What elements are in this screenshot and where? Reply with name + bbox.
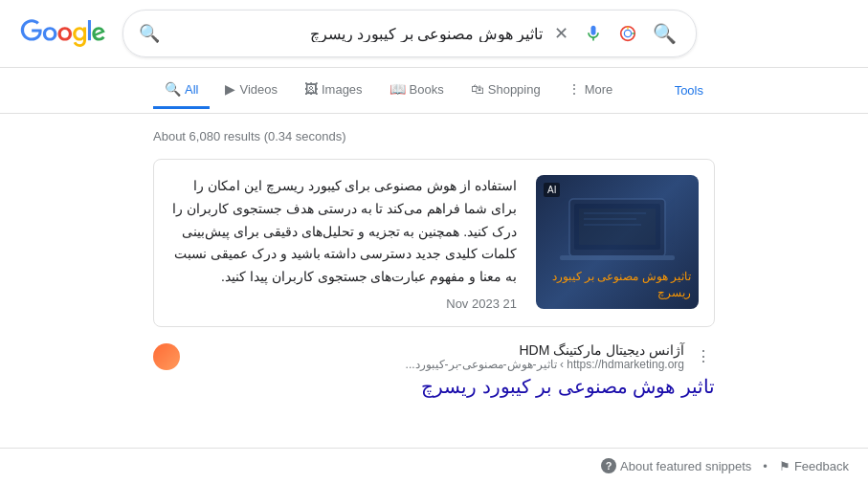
ai-badge: AI [544,183,560,197]
books-icon: 📖 [389,81,406,97]
all-icon: 🔍 [165,81,181,97]
flag-icon: ⚑ [779,459,790,473]
result-title[interactable]: تاثیر هوش مصنوعی بر کیبورد ریسرچ [153,375,715,398]
snippet-text: استفاده از هوش مصنوعی برای کیبورد ریسرچ … [169,175,517,289]
nav-item-all[interactable]: 🔍 All [153,72,210,109]
clear-button[interactable]: ✕ [550,19,572,48]
header: 🔍 ✕ 🔍 [0,0,868,68]
source-url: https://hdmarketing.org › تاثیر-هوش-مصنو… [188,358,684,371]
nav-item-shopping[interactable]: 🛍 Shopping [459,72,552,109]
more-icon: ⋮ [568,81,581,97]
nav-item-books[interactable]: 📖 Books [378,72,456,109]
source-menu-button[interactable]: ⋮ [692,343,715,369]
search-input[interactable] [167,25,543,42]
snippet-text-area: استفاده از هوش مصنوعی برای کیبورد ریسرچ … [169,175,517,311]
lens-button[interactable] [614,20,641,47]
search-bar-icons: ✕ [550,19,641,48]
source-row: آژانس دیجیتال مارکتینگ HDM https://hdmar… [153,342,715,371]
search-submit-icon: 🔍 [653,22,677,45]
snippet-image: AI تاثیر هوش مصنوعی بر کیبورد ریسرچ [536,175,699,309]
nav-item-images[interactable]: 🖼 Images [293,72,374,109]
mic-icon [584,24,603,43]
search-icon: 🔍 [139,23,160,44]
google-logo [19,19,107,48]
snippet-date: 21 Nov 2023 [169,296,517,311]
tools-button[interactable]: Tools [663,74,715,107]
nav-item-more[interactable]: ⋮ More [556,72,625,109]
nav-item-videos[interactable]: ▶ Videos [213,72,289,109]
bottom-divider: • [763,459,768,473]
images-icon: 🖼 [304,81,318,97]
snippet-image-title: تاثیر هوش مصنوعی بر کیبورد ریسرچ [544,269,691,301]
search-nav: 🔍 All ▶ Videos 🖼 Images 📖 Books 🛍 Shoppi… [0,68,868,114]
search-bar[interactable]: 🔍 ✕ 🔍 [122,10,697,57]
about-snippets-label: About featured snippets [620,459,751,473]
lens-icon [618,24,637,43]
snippet-image-label: تاثیر هوش مصنوعی بر کیبورد ریسرچ [544,269,691,301]
voice-search-button[interactable] [580,20,607,47]
question-icon: ? [601,458,616,473]
search-submit-button[interactable]: 🔍 [649,18,680,49]
bottom-bar: ? About featured snippets • ⚑ Feedback [0,448,868,483]
source-favicon [153,343,180,370]
source-name: آژانس دیجیتال مارکتینگ HDM [188,342,684,358]
svg-rect-5 [560,255,675,260]
laptop-graphic [560,194,675,261]
videos-icon: ▶ [225,81,235,97]
featured-snippet: استفاده از هوش مصنوعی برای کیبورد ریسرچ … [153,159,715,327]
feedback-item[interactable]: ⚑ Feedback [779,459,849,473]
shopping-icon: 🛍 [471,81,484,97]
source-info: آژانس دیجیتال مارکتینگ HDM https://hdmar… [188,342,684,371]
svg-point-1 [624,30,631,36]
about-snippets-item[interactable]: ? About featured snippets [601,458,751,473]
main-content: About 6,080 results (0.34 seconds) استفا… [0,114,868,413]
feedback-label: Feedback [794,459,849,473]
svg-rect-4 [579,209,656,245]
results-info: About 6,080 results (0.34 seconds) [153,129,715,143]
